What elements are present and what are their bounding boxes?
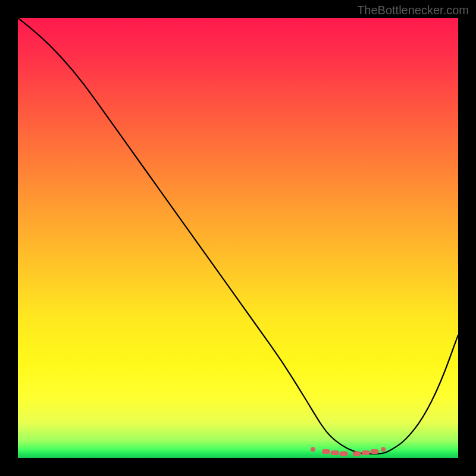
watermark-text: TheBottlenecker.com xyxy=(357,4,469,17)
chart-svg xyxy=(18,18,458,458)
optimal-marker xyxy=(331,450,339,455)
optimal-marker xyxy=(322,449,330,454)
bottleneck-curve-line xyxy=(18,18,458,454)
optimal-marker xyxy=(340,452,348,456)
optimal-marker xyxy=(311,447,315,452)
optimal-marker xyxy=(381,447,386,452)
optimal-marker xyxy=(370,449,378,454)
optimal-marker xyxy=(362,450,370,455)
optimal-marker xyxy=(353,452,361,456)
chart-plot-area xyxy=(18,18,458,458)
